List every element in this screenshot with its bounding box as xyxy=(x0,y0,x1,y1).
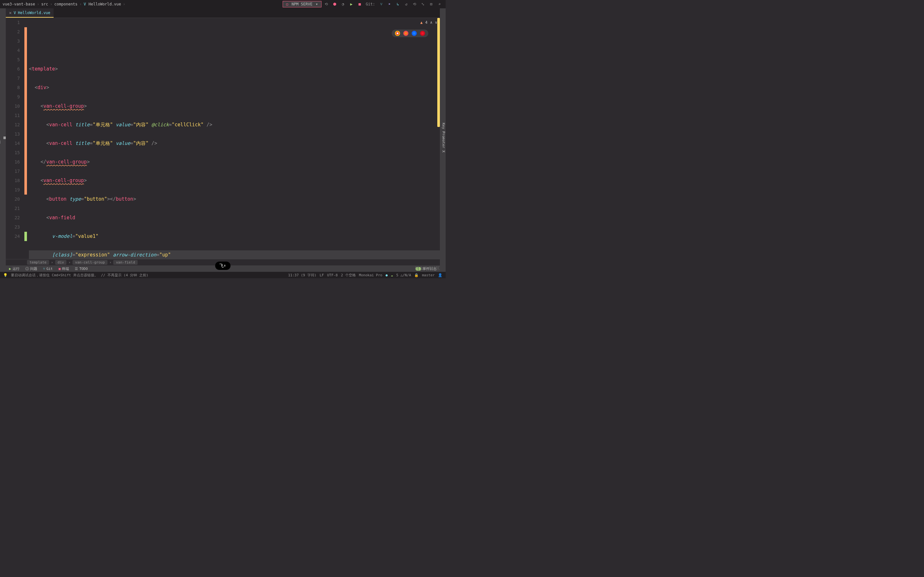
search-icon[interactable]: ⌕ xyxy=(436,1,443,8)
tool-project[interactable]: 项目 xyxy=(0,136,1,139)
git-branch[interactable]: master xyxy=(422,273,435,277)
opera-icon[interactable] xyxy=(420,31,425,36)
line-no: 7 xyxy=(6,74,20,83)
firefox-icon[interactable] xyxy=(403,31,409,36)
revert-icon[interactable]: ⟲ xyxy=(411,1,418,8)
git-branch-icon[interactable]: ⑂ xyxy=(378,1,384,8)
line-no: 17 xyxy=(6,167,20,176)
navigation-bar: vue3-vant-base › src › components › V He… xyxy=(0,0,446,8)
left-tool-rail: ▦ 项目 ⬙ 结构 ★ 收藏夹 ◻ npm xyxy=(0,8,6,266)
close-icon[interactable]: × xyxy=(9,10,11,15)
line-no: 3 xyxy=(6,37,20,46)
git-pull-icon[interactable]: ↳ xyxy=(394,1,401,8)
cursor-position[interactable]: 11:37 (9 字符) xyxy=(288,273,317,277)
chevron-right-icon: › xyxy=(123,2,125,6)
status-dismiss[interactable]: // 不再显示 (4 分钟 之前) xyxy=(101,273,149,277)
tool-problems[interactable]: ⓘ问题 xyxy=(25,266,37,271)
npm-icon: ◻ xyxy=(286,2,288,6)
right-tool-rail: Key Promoter X Codota JSON Formatter Wor… xyxy=(440,8,446,266)
bc-src[interactable]: src xyxy=(41,2,48,6)
dot-icon: ● xyxy=(386,273,388,277)
bug-icon[interactable]: ⬢ xyxy=(331,1,338,8)
inspection-badges[interactable]: ▲ 4 ∧ ∨ xyxy=(420,18,437,27)
line-no: 23 xyxy=(6,222,20,232)
line-no: 24 xyxy=(6,232,20,241)
encoding[interactable]: UTF-8 xyxy=(327,273,338,277)
tab-bar: × V HelloWorld.vue xyxy=(0,8,446,18)
browser-launcher[interactable] xyxy=(392,29,428,37)
tool-git[interactable]: ⑂Git xyxy=(43,267,53,271)
git-push-icon[interactable]: ➤ xyxy=(386,1,393,8)
line-no: 6 xyxy=(6,64,20,74)
code-area[interactable]: ▲ 4 ∧ ∨ <template> <div> <van-cell-group… xyxy=(27,18,440,259)
float-indicator[interactable]: 飞↑ xyxy=(215,261,231,270)
line-no: 12 xyxy=(6,120,20,129)
code-line-current: [class]="expression" arrow-direction="up… xyxy=(29,250,440,259)
scrollbar[interactable] xyxy=(437,18,440,127)
gutter: 1 2 3 4 5 6 7 8 9 10 11 12 13 14 15 16 1… xyxy=(6,18,24,259)
line-no: 16 xyxy=(6,157,20,167)
chevron-right-icon: › xyxy=(110,260,111,264)
status-bar: 💡 要启动调试会话，请按住 Cmd+Shift 并点击该链接。 // 不再显示 … xyxy=(0,272,446,278)
code-line: <van-cell title="单元格" value="内容" /> xyxy=(29,139,440,148)
code-line: <van-cell-group> xyxy=(29,102,440,111)
find-icon[interactable]: ⊡ xyxy=(428,1,435,8)
sync-icon[interactable]: ⤡ xyxy=(419,1,426,8)
editor[interactable]: 1 2 3 4 5 6 7 8 9 10 11 12 13 14 15 16 1… xyxy=(6,18,440,259)
coverage-icon[interactable]: ◔ xyxy=(339,1,347,8)
line-no: 10 xyxy=(6,102,20,111)
tool-keypromoter[interactable]: Key Promoter X xyxy=(441,121,446,154)
bc-components[interactable]: components xyxy=(54,2,78,6)
diff-stats[interactable]: 5 △/N/A xyxy=(396,273,411,277)
line-no: 18 xyxy=(6,176,20,185)
code-line: </van-cell-group> xyxy=(29,157,440,167)
line-no: 1 xyxy=(6,18,20,27)
run-config-selector[interactable]: ◻ NPM SERVE ▾ xyxy=(283,1,322,7)
line-no: 13 xyxy=(6,129,20,139)
avatar-icon[interactable]: 👤 xyxy=(438,273,443,277)
line-no: 5 xyxy=(6,55,20,64)
indent[interactable]: 2 个空格 xyxy=(341,273,356,277)
vue-file-icon: V xyxy=(13,11,16,15)
code-line: <button type="button"></button> xyxy=(29,195,440,204)
line-no: 9 xyxy=(6,92,20,102)
chevron-right-icon: › xyxy=(68,260,71,264)
reload-icon[interactable]: ⟲ xyxy=(323,1,330,8)
lock-icon[interactable]: 🔒 xyxy=(414,273,419,277)
bulb-icon[interactable]: 💡 xyxy=(3,273,8,277)
warning-icon: ▲ xyxy=(420,18,423,27)
bc-project[interactable]: vue3-vant-base xyxy=(3,2,35,6)
stop-icon[interactable]: ■ xyxy=(356,1,363,8)
theme[interactable]: Monokai Pro xyxy=(359,273,383,277)
bc-vanfield[interactable]: van-field xyxy=(113,260,137,265)
bc-div[interactable]: div xyxy=(55,260,67,265)
chevron-right-icon: › xyxy=(50,2,52,6)
vue-file-icon: V xyxy=(84,2,86,6)
line-no: 19 xyxy=(6,185,20,195)
project-icon[interactable]: ▦ xyxy=(3,135,6,140)
safari-icon[interactable] xyxy=(412,31,417,36)
chrome-icon[interactable] xyxy=(395,31,400,36)
run-config-label: NPM SERVE xyxy=(292,2,312,6)
tool-run[interactable]: ▶运行 xyxy=(9,266,19,271)
bc-template[interactable]: template xyxy=(27,260,49,265)
cloud-icon: ☁ xyxy=(391,273,393,277)
line-no: 8 xyxy=(6,83,20,92)
bc-vancellgroup[interactable]: van-cell-group xyxy=(73,260,107,265)
code-line: <van-cell title="单元格" value="内容" @click=… xyxy=(29,120,440,129)
history-icon[interactable]: ↺ xyxy=(403,1,410,8)
tool-terminal[interactable]: ▣终端 xyxy=(59,266,69,271)
todo-icon: ☰ xyxy=(75,267,78,271)
line-sep[interactable]: LF xyxy=(320,273,324,277)
up-icon[interactable]: ∧ xyxy=(430,18,433,27)
status-hint: 要启动调试会话，请按住 Cmd+Shift 并点击该链接。 xyxy=(11,273,98,277)
tab-helloworld[interactable]: × V HelloWorld.vue xyxy=(6,8,53,18)
chevron-right-icon: › xyxy=(79,2,82,6)
play-icon[interactable]: ▶ xyxy=(348,1,355,8)
dropdown-icon: ▾ xyxy=(316,2,318,6)
git-icon: ⑂ xyxy=(43,267,45,271)
bc-file[interactable]: HelloWorld.vue xyxy=(89,2,121,6)
down-icon[interactable]: ∨ xyxy=(435,18,437,27)
line-no: 11 xyxy=(6,111,20,120)
tool-todo[interactable]: ☰TODO xyxy=(75,267,88,271)
